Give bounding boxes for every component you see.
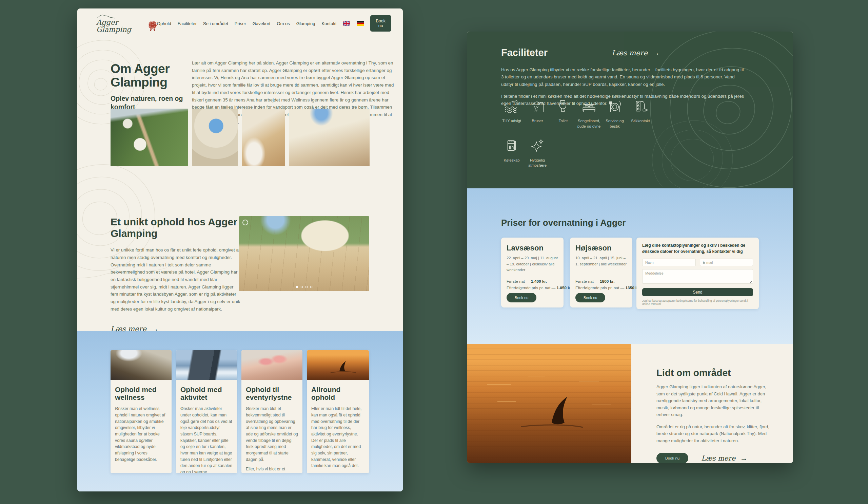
book-now-button[interactable]: Book nu (575, 293, 605, 302)
high-season-card: Højsæson 10. april – 21. april | 15. jun… (570, 238, 632, 308)
area-title: Lidt om området (657, 367, 776, 379)
logo[interactable]: Agger Glamping (96, 13, 157, 33)
facility-atmosphere: Hyggelig atmosfære (525, 138, 550, 169)
book-now-button[interactable]: Book nu (507, 293, 536, 302)
facility-thy-view: THY udsigt (499, 99, 525, 129)
unique-stay-section: Et unikt ophold hos Agger Glamping Vi er… (111, 216, 241, 333)
low-season-card: Lavsæson 22. april – 29. maj | 11. augus… (501, 238, 564, 308)
wine-toast-photo (241, 350, 302, 380)
page-title: Om Agger Glamping (111, 62, 192, 89)
german-flag-icon[interactable] (357, 21, 364, 26)
message-input[interactable] (642, 269, 753, 284)
facility-label: THY udsigt (502, 119, 521, 124)
nav-gavekort[interactable]: Gavekort (252, 21, 271, 26)
arrow-right-icon: → (652, 49, 660, 57)
nav-faciliteter[interactable]: Faciliteter (178, 21, 197, 26)
facility-label: Toilet (559, 119, 568, 124)
tableware-icon (607, 99, 622, 114)
facility-tableware: Service og bestik (602, 99, 628, 129)
nav-kontakt[interactable]: Kontakt (321, 21, 336, 26)
facility-toilet: Toilet (550, 99, 576, 129)
first-night-price: 1.400 kr. (531, 279, 547, 284)
thy-view-icon (504, 99, 519, 114)
boat-photo (176, 350, 237, 380)
season-prices: Første nat — 1800 kr. Efterfølgende pris… (575, 278, 640, 291)
facility-label: Køleskab (504, 158, 519, 163)
area-paragraph: Området er rig på natur, herunder alt fr… (657, 424, 773, 445)
facilities-page: Faciliteter Læs mere → Hos os Agger Glam… (467, 32, 793, 463)
email-input[interactable] (700, 259, 753, 266)
carousel-dot[interactable] (301, 286, 303, 288)
about-page: Agger Glamping Ophold Faciliteter Se i o… (77, 9, 403, 492)
facility-bed-linen: Sengelinned, pude og dyne (576, 99, 602, 129)
dolphin-sunset-photo-large (467, 344, 631, 463)
tent-bedroom-photo (289, 109, 370, 166)
nav-om-os[interactable]: Om os (277, 21, 290, 26)
bed-icon (581, 99, 597, 114)
read-more-label: Læs mere (111, 325, 146, 333)
arrow-right-icon: → (740, 454, 748, 463)
english-flag-icon[interactable] (343, 21, 350, 26)
first-night-price: 1800 kr. (600, 279, 614, 284)
facility-label: Service og bestik (602, 119, 628, 129)
pricing-section: Priser for overnatning i Agger Lavsæson … (467, 188, 793, 344)
carousel-dot[interactable] (306, 286, 308, 288)
dolphin-fin-icon (307, 350, 369, 380)
nav-priser[interactable]: Priser (235, 21, 246, 26)
read-more-link[interactable]: Læs mere → (111, 324, 159, 333)
facility-label: Stikkontakt (631, 119, 650, 124)
award-badge-icon (148, 20, 157, 33)
card-text: Vi er her for at imødekomme jeres behov … (311, 472, 364, 473)
arrow-right-icon: → (151, 324, 159, 333)
dolphin-fin-icon (467, 344, 631, 463)
send-button[interactable]: Send (642, 288, 753, 296)
section-title: Et unikt ophold hos Agger Glamping (111, 216, 241, 239)
privacy-disclaimer: Jeg har læst og accepterer betingelserne… (642, 299, 753, 306)
area-read-more-link[interactable]: Læs mere → (701, 454, 748, 463)
facilities-section: Faciliteter Læs mere → Hos os Agger Glam… (467, 32, 793, 188)
about-heading-block: Om Agger Glamping Oplev naturen, roen og… (111, 62, 192, 111)
book-now-button[interactable]: Book nu (370, 15, 392, 32)
nav-ophold[interactable]: Ophold (157, 21, 171, 26)
tent-deck-carousel-photo (239, 216, 369, 291)
facility-label: Sengelinned, pude og dyne (576, 119, 602, 129)
aerial-dome-tents-photo (111, 109, 188, 166)
tent-bed-photo (111, 350, 172, 380)
carousel-dots (296, 286, 313, 288)
view-360-icon[interactable] (242, 220, 248, 225)
read-more-label: Læs mere (701, 454, 735, 462)
facilities-read-more-link[interactable]: Læs mere → (612, 49, 660, 57)
facility-shower: Bruser (525, 99, 550, 129)
card-title: Allround ophold (311, 385, 364, 401)
contact-form-card: Læg dine kontaktoplysninger og skriv i b… (637, 238, 759, 309)
card-title: Ophold med aktivitet (180, 385, 232, 401)
power-icon (633, 99, 648, 114)
dolphin-sunset-photo (307, 350, 369, 380)
card-text: Ønsker man aktiviteter under opholdet, k… (180, 405, 232, 473)
stay-card-adventure: Ophold til eventyrlystne Ønsker man blot… (241, 350, 302, 473)
tent-lounge-photo (242, 109, 285, 166)
logo-text: Agger Glamping (96, 19, 144, 33)
card-text: Eller, hvis vi blot er et overnatningsst… (246, 466, 298, 473)
carousel-dot[interactable] (310, 286, 313, 288)
tent-skylight-photo (192, 109, 238, 166)
read-more-label: Læs mere (612, 49, 648, 57)
nav-se-i-omraadet[interactable]: Se i området (203, 21, 228, 26)
area-actions: Book nu Læs mere → (657, 453, 776, 463)
carousel-dot[interactable] (296, 286, 298, 288)
stay-types-section: Ophold med wellness Ønsker man et wellne… (77, 331, 403, 492)
name-input[interactable] (642, 259, 696, 266)
area-section: Lidt om området Agger Glamping ligger i … (631, 344, 793, 463)
season-dates: 22. april – 29. maj | 11. august – 19. o… (507, 255, 558, 273)
stay-card-allround: Allround ophold Eller er man lidt til de… (307, 350, 369, 473)
nav-glamping[interactable]: Glamping (296, 21, 315, 26)
facility-label: Hyggelig atmosfære (525, 158, 550, 169)
pricing-title: Priser for overnatning i Agger (501, 218, 626, 228)
facilities-title: Faciliteter (501, 47, 548, 58)
fridge-icon (504, 138, 519, 154)
area-paragraph: Agger Glamping ligger i udkanten af natu… (657, 383, 773, 419)
main-nav: Ophold Faciliteter Se i området Priser G… (157, 15, 391, 32)
season-title: Lavsæson (507, 244, 558, 252)
book-now-button[interactable]: Book nu (657, 453, 688, 463)
card-text: Eller er man lidt til det hele, kan man … (311, 405, 364, 469)
